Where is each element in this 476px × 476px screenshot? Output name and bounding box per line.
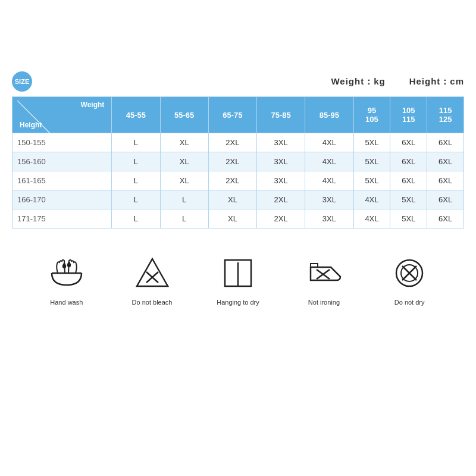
- height-cell: 166-170: [12, 190, 112, 209]
- no-dry-icon: [389, 252, 430, 294]
- page-container: SIZE Weight：kg Height：cm Weight Height 4…: [0, 0, 476, 476]
- care-item-no-dry: Do not dry: [389, 252, 430, 306]
- size-cell: 6XL: [390, 152, 427, 171]
- col-75-85: 75-85: [257, 97, 305, 133]
- col-55-65: 55-65: [160, 97, 208, 133]
- hang-dry-label: Hanging to dry: [217, 299, 259, 306]
- size-cell: 4XL: [305, 133, 353, 152]
- weight-height-header: Weight Height: [12, 97, 112, 133]
- size-cell: 3XL: [257, 171, 305, 190]
- size-cell: 4XL: [305, 171, 353, 190]
- hang-dry-icon: [217, 252, 259, 294]
- height-label: Height：cm: [409, 76, 464, 87]
- size-cell: 2XL: [257, 209, 305, 228]
- size-cell: 2XL: [208, 171, 256, 190]
- size-cell: 6XL: [390, 133, 427, 152]
- size-cell: 6XL: [427, 190, 464, 209]
- size-cell: L: [112, 209, 160, 228]
- table-row: 161-165LXL2XL3XL4XL5XL6XL6XL: [12, 171, 464, 190]
- size-cell: XL: [208, 190, 256, 209]
- size-badge: SIZE: [12, 71, 32, 92]
- care-item-no-bleach: Do not bleach: [131, 252, 173, 306]
- care-item-hang-dry: Hanging to dry: [217, 252, 259, 306]
- size-cell: XL: [160, 152, 208, 171]
- col-65-75: 65-75: [208, 97, 256, 133]
- size-cell: L: [112, 152, 160, 171]
- size-cell: 5XL: [353, 152, 390, 171]
- size-cell: 2XL: [208, 152, 256, 171]
- size-cell: XL: [160, 171, 208, 190]
- size-cell: 6XL: [427, 152, 464, 171]
- size-cell: 4XL: [353, 209, 390, 228]
- svg-rect-7: [311, 264, 318, 267]
- height-cell: 171-175: [12, 209, 112, 228]
- svg-marker-2: [137, 259, 168, 286]
- col-95-105: 95105: [353, 97, 390, 133]
- height-cell: 161-165: [12, 171, 112, 190]
- table-row: 156-160LXL2XL3XL4XL5XL6XL6XL: [12, 152, 464, 171]
- no-iron-icon: [303, 252, 345, 294]
- care-item-no-iron: Not ironing: [303, 252, 345, 306]
- care-section: Hand wash Do not bleach Hangi: [12, 252, 464, 306]
- table-header-row: Weight Height 45-55 55-65 65-75 75-85 85…: [12, 97, 464, 133]
- size-cell: 6XL: [427, 171, 464, 190]
- table-row: 171-175LLXL2XL3XL4XL5XL6XL: [12, 209, 464, 228]
- height-col-label: Height: [17, 121, 42, 129]
- size-cell: L: [112, 171, 160, 190]
- size-cell: 6XL: [427, 209, 464, 228]
- size-cell: XL: [208, 209, 256, 228]
- size-cell: 4XL: [305, 152, 353, 171]
- no-bleach-icon: [131, 252, 173, 294]
- svg-line-0: [17, 101, 53, 136]
- size-table: Weight Height 45-55 55-65 65-75 75-85 85…: [12, 96, 464, 228]
- size-cell: 3XL: [305, 190, 353, 209]
- size-cell: 3XL: [257, 133, 305, 152]
- size-cell: 5XL: [353, 133, 390, 152]
- size-cell: 2XL: [257, 190, 305, 209]
- size-cell: L: [160, 209, 208, 228]
- table-row: 150-155LXL2XL3XL4XL5XL6XL6XL: [12, 133, 464, 152]
- size-cell: L: [112, 133, 160, 152]
- care-item-handwash: Hand wash: [46, 252, 87, 306]
- no-dry-label: Do not dry: [394, 299, 425, 306]
- col-105-115: 105115: [390, 97, 427, 133]
- size-cell: 3XL: [257, 152, 305, 171]
- size-cell: 5XL: [353, 171, 390, 190]
- height-cell: 156-160: [12, 152, 112, 171]
- col-45-55: 45-55: [112, 97, 160, 133]
- no-bleach-label: Do not bleach: [132, 299, 173, 306]
- handwash-label: Hand wash: [50, 299, 83, 306]
- size-cell: 3XL: [305, 209, 353, 228]
- col-115-125: 115125: [427, 97, 464, 133]
- size-cell: XL: [160, 133, 208, 152]
- hand-wash-icon: [46, 252, 87, 294]
- size-cell: 5XL: [390, 209, 427, 228]
- size-cell: L: [160, 190, 208, 209]
- weight-label: Weight：kg: [331, 76, 385, 87]
- table-row: 166-170LLXL2XL3XL4XL5XL6XL: [12, 190, 464, 209]
- size-cell: 6XL: [427, 133, 464, 152]
- size-cell: 6XL: [390, 171, 427, 190]
- no-iron-label: Not ironing: [308, 299, 340, 306]
- size-cell: L: [112, 190, 160, 209]
- height-cell: 150-155: [12, 133, 112, 152]
- size-cell: 5XL: [390, 190, 427, 209]
- size-cell: 4XL: [353, 190, 390, 209]
- size-cell: 2XL: [208, 133, 256, 152]
- header-row: SIZE Weight：kg Height：cm: [12, 71, 464, 92]
- col-85-95: 85-95: [305, 97, 353, 133]
- weight-col-label: Weight: [81, 101, 107, 109]
